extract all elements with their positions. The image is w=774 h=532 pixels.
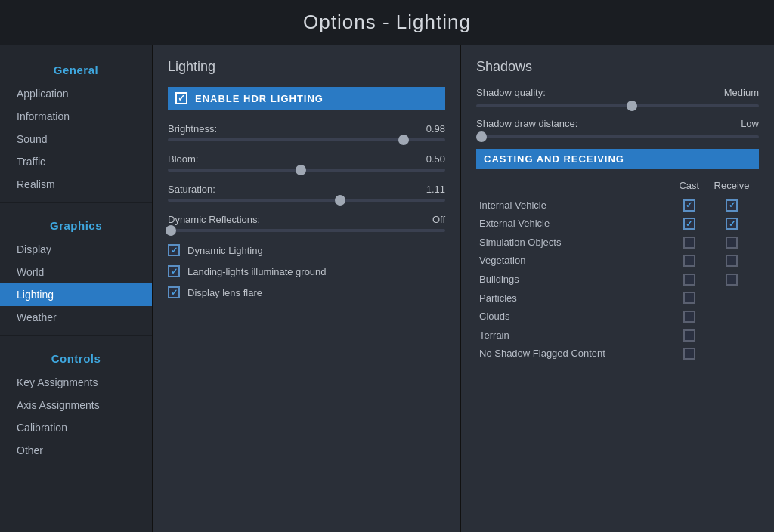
general-section-title: General xyxy=(0,53,152,82)
sidebar-item-sound[interactable]: Sound xyxy=(0,128,152,150)
cast-checkbox[interactable] xyxy=(683,200,695,212)
shadow-quality-row: Shadow quality: Medium xyxy=(476,87,759,98)
table-row: External Vehicle xyxy=(476,215,759,234)
dynamic-reflections-thumb[interactable] xyxy=(166,225,176,236)
sidebar-item-application[interactable]: Application xyxy=(0,82,152,105)
dynamic-reflections-track[interactable] xyxy=(168,229,445,232)
cast-recv-header: CASTING AND RECEIVING xyxy=(476,149,759,169)
table-row: Clouds xyxy=(476,307,759,326)
lighting-panel-title: Lighting xyxy=(168,59,445,75)
receive-cell[interactable] xyxy=(704,233,759,252)
receive-checkbox[interactable] xyxy=(726,237,738,249)
cast-cell[interactable] xyxy=(673,252,704,271)
saturation-slider-row: Saturation: 1.11 xyxy=(168,184,445,202)
landing-lights-checkbox[interactable]: Landing-lights illuminate ground xyxy=(168,265,445,277)
cast-cell[interactable] xyxy=(673,326,704,345)
shadow-quality-track[interactable] xyxy=(476,104,759,107)
cast-checkbox[interactable] xyxy=(683,329,695,342)
bloom-thumb[interactable] xyxy=(296,165,306,175)
cast-checkbox[interactable] xyxy=(683,292,695,304)
cast-checkbox[interactable] xyxy=(683,274,695,286)
sidebar-item-weather[interactable]: Weather xyxy=(0,306,152,329)
sidebar-item-axis-assignments[interactable]: Axis Assignments xyxy=(0,394,152,416)
receive-checkbox[interactable] xyxy=(726,200,738,212)
lighting-panel: Lighting ENABLE HDR LIGHTING Brightness:… xyxy=(153,45,461,532)
sidebar-item-traffic[interactable]: Traffic xyxy=(0,150,152,173)
row-label: Vegetation xyxy=(476,252,673,271)
row-label: Particles xyxy=(476,289,673,308)
cast-cell[interactable] xyxy=(673,196,704,215)
shadow-quality-value: Medium xyxy=(724,87,759,98)
shadow-draw-distance-thumb[interactable] xyxy=(476,131,487,142)
sidebar-item-other[interactable]: Other xyxy=(0,439,152,462)
bloom-label: Bloom: xyxy=(168,153,198,165)
col-empty xyxy=(476,180,673,196)
lens-flare-checkbox[interactable]: Display lens flare xyxy=(168,286,445,298)
row-label: Internal Vehicle xyxy=(476,196,673,215)
receive-cell[interactable] xyxy=(704,326,759,345)
cast-cell[interactable] xyxy=(673,233,704,252)
dynamic-lighting-checkbox[interactable]: Dynamic Lighting xyxy=(168,244,445,256)
sidebar-item-world[interactable]: World xyxy=(0,261,152,283)
sidebar-item-calibration[interactable]: Calibration xyxy=(0,416,152,439)
shadow-quality-label: Shadow quality: xyxy=(476,87,546,98)
sidebar-item-information[interactable]: Information xyxy=(0,105,152,128)
shadow-draw-distance-label: Shadow draw distance: xyxy=(476,118,577,129)
cast-cell[interactable] xyxy=(673,215,704,234)
graphics-section-title: Graphics xyxy=(0,209,152,238)
sidebar-item-lighting[interactable]: Lighting xyxy=(0,283,152,306)
col-cast-header: Cast xyxy=(673,180,704,196)
receive-cell[interactable] xyxy=(704,345,759,363)
brightness-thumb[interactable] xyxy=(398,135,409,145)
cast-recv-table: Cast Receive Internal Vehicle External V… xyxy=(476,180,759,363)
cast-cell[interactable] xyxy=(673,307,704,326)
shadow-draw-distance-track[interactable] xyxy=(476,135,759,138)
cast-cell[interactable] xyxy=(673,270,704,289)
landing-lights-label: Landing-lights illuminate ground xyxy=(187,266,327,277)
row-label: Terrain xyxy=(476,326,673,345)
receive-cell[interactable] xyxy=(704,270,759,289)
receive-cell[interactable] xyxy=(704,196,759,215)
col-receive-header: Receive xyxy=(704,180,759,196)
receive-checkbox[interactable] xyxy=(726,274,738,286)
table-row: Internal Vehicle xyxy=(476,196,759,215)
sidebar-item-key-assignments[interactable]: Key Assignments xyxy=(0,371,152,394)
brightness-value: 0.98 xyxy=(426,123,445,135)
table-row: Particles xyxy=(476,289,759,308)
receive-cell[interactable] xyxy=(704,289,759,308)
cast-cell[interactable] xyxy=(673,289,704,308)
hdr-lighting-label: ENABLE HDR LIGHTING xyxy=(195,93,324,104)
dynamic-reflections-label: Dynamic Reflections: xyxy=(168,214,260,225)
brightness-label: Brightness: xyxy=(168,123,217,135)
hdr-lighting-toggle[interactable]: ENABLE HDR LIGHTING xyxy=(168,87,445,110)
receive-checkbox[interactable] xyxy=(726,218,738,230)
receive-cell[interactable] xyxy=(704,215,759,234)
bloom-track[interactable] xyxy=(168,169,445,172)
sidebar-item-display[interactable]: Display xyxy=(0,238,152,261)
dynamic-reflections-row: Dynamic Reflections: Off xyxy=(168,214,445,232)
cast-checkbox[interactable] xyxy=(683,237,695,249)
shadow-quality-thumb[interactable] xyxy=(627,101,637,111)
cast-checkbox[interactable] xyxy=(683,255,695,267)
cast-checkbox[interactable] xyxy=(683,218,695,230)
landing-lights-box xyxy=(168,265,180,277)
cast-checkbox[interactable] xyxy=(683,348,695,360)
shadows-panel-title: Shadows xyxy=(476,59,759,75)
cast-checkbox[interactable] xyxy=(683,311,695,323)
brightness-slider-row: Brightness: 0.98 xyxy=(168,123,445,141)
receive-cell[interactable] xyxy=(704,307,759,326)
row-label: Simulation Objects xyxy=(476,233,673,252)
receive-cell[interactable] xyxy=(704,252,759,271)
saturation-track[interactable] xyxy=(168,199,445,202)
bloom-value: 0.50 xyxy=(426,153,445,165)
saturation-label: Saturation: xyxy=(168,184,215,195)
sidebar-item-realism[interactable]: Realism xyxy=(0,173,152,196)
receive-checkbox[interactable] xyxy=(726,255,738,267)
cast-cell[interactable] xyxy=(673,345,704,363)
brightness-track[interactable] xyxy=(168,138,445,141)
saturation-value: 1.11 xyxy=(426,184,445,195)
saturation-thumb[interactable] xyxy=(335,195,345,206)
table-row: Terrain xyxy=(476,326,759,345)
shadows-panel: Shadows Shadow quality: Medium Shadow dr… xyxy=(461,45,774,532)
row-label: No Shadow Flagged Content xyxy=(476,345,673,363)
